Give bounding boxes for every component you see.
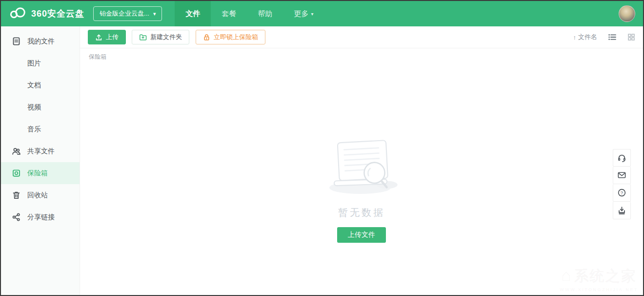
new-folder-button[interactable]: 新建文件夹: [132, 30, 189, 44]
toolbar: 上传 新建文件夹 立即锁上保险箱: [80, 26, 643, 48]
upload-button[interactable]: 上传: [88, 30, 126, 44]
watermark-title: ⌂系统之家: [560, 266, 638, 286]
watermark-subtitle: WWW.XITONGZHIJIA.NET: [560, 287, 638, 292]
sidebar-item-share-links[interactable]: 分享链接: [1, 206, 80, 228]
sidebar-item-my-files[interactable]: 我的文件: [1, 30, 80, 52]
lock-icon: [203, 34, 210, 41]
empty-illustration: [321, 138, 402, 195]
lock-safe-button-label: 立即锁上保险箱: [214, 33, 258, 42]
sidebar-label: 文档: [27, 81, 41, 90]
empty-message: 暂无数据: [321, 206, 402, 219]
sidebar-item-documents[interactable]: 文档: [1, 74, 80, 96]
feedback-button[interactable]: [613, 167, 631, 184]
tab-more-label: 更多: [294, 9, 308, 19]
sidebar-item-pictures[interactable]: 图片: [1, 52, 80, 74]
lock-safe-button[interactable]: 立即锁上保险箱: [196, 30, 265, 44]
tab-files-label: 文件: [185, 9, 200, 19]
sidebar-label: 我的文件: [27, 37, 55, 46]
main-nav: 文件 套餐 帮助 更多 ▾: [175, 1, 324, 26]
grid-view-button[interactable]: [627, 33, 635, 41]
top-header: 360安全云盘 铂金版企业云盘... ▾ 文件 套餐 帮助 更多 ▾: [1, 1, 643, 26]
sidebar-label: 音乐: [27, 125, 41, 134]
upload-file-button[interactable]: 上传文件: [337, 227, 386, 243]
user-avatar[interactable]: [619, 5, 635, 22]
list-view-icon: [608, 33, 617, 41]
tab-plans-label: 套餐: [221, 9, 236, 19]
main-content: 上传 新建文件夹 立即锁上保险箱: [80, 26, 643, 295]
list-view-button[interactable]: [608, 33, 617, 41]
sidebar-label: 保险箱: [27, 169, 48, 178]
tab-files[interactable]: 文件: [175, 1, 211, 26]
mail-icon: [617, 170, 626, 180]
sidebar-item-videos[interactable]: 视频: [1, 96, 80, 118]
sidebar-label: 视频: [27, 103, 41, 112]
app-window: 360安全云盘 铂金版企业云盘... ▾ 文件 套餐 帮助 更多 ▾: [0, 0, 644, 296]
sidebar-label: 回收站: [27, 191, 48, 200]
workspace-dropdown-label: 铂金版企业云盘...: [100, 9, 149, 18]
sidebar-item-safe-box[interactable]: 保险箱: [1, 162, 80, 184]
question-icon: ?: [617, 188, 626, 197]
breadcrumb-row: 保险箱: [80, 48, 643, 61]
sidebar: 我的文件 图片 文档 视频 音乐 共享文件: [1, 26, 80, 295]
grid-view-icon: [627, 33, 635, 41]
share-icon: [12, 212, 21, 222]
tab-help-label: 帮助: [258, 9, 272, 19]
sort-control[interactable]: ↑ 文件名: [573, 33, 598, 42]
workspace-dropdown[interactable]: 铂金版企业云盘... ▾: [93, 6, 162, 21]
caret-down-icon: ▾: [153, 11, 156, 17]
tab-help[interactable]: 帮助: [247, 1, 283, 26]
body: 我的文件 图片 文档 视频 音乐 共享文件: [1, 26, 643, 295]
sidebar-label: 图片: [27, 59, 41, 68]
toolbar-right: ↑ 文件名: [573, 33, 636, 42]
upload-button-label: 上传: [106, 33, 119, 42]
empty-state: 暂无数据 上传文件: [321, 138, 402, 243]
watermark: ⌂系统之家 WWW.XITONGZHIJIA.NET: [560, 266, 638, 292]
trash-icon: [12, 190, 21, 200]
people-icon: [12, 147, 21, 156]
help-button[interactable]: ?: [613, 184, 631, 202]
sidebar-item-music[interactable]: 音乐: [1, 118, 80, 140]
float-toolbar: ?: [613, 149, 631, 219]
tab-plans[interactable]: 套餐: [211, 1, 247, 26]
tab-more[interactable]: 更多 ▾: [283, 1, 324, 26]
new-folder-button-label: 新建文件夹: [150, 33, 182, 42]
cloud-logo-icon: [9, 6, 31, 21]
safe-icon: [12, 169, 21, 178]
file-icon: [12, 37, 21, 46]
upload-icon: [95, 34, 102, 41]
customer-service-button[interactable]: [613, 149, 631, 167]
sort-asc-icon: ↑: [573, 34, 577, 41]
sort-label: 文件名: [578, 33, 597, 42]
caret-down-icon: ▾: [311, 11, 313, 17]
folder-plus-icon: [139, 33, 147, 41]
download-icon: [617, 206, 626, 215]
download-client-button[interactable]: [613, 202, 631, 219]
house-icon: ⌂: [561, 266, 572, 284]
svg-text:?: ?: [621, 190, 623, 195]
sidebar-item-shared-files[interactable]: 共享文件: [1, 140, 80, 162]
brand-name: 360安全云盘: [31, 8, 84, 20]
sidebar-label: 共享文件: [27, 147, 55, 156]
breadcrumb[interactable]: 保险箱: [89, 53, 106, 60]
sidebar-label: 分享链接: [27, 213, 55, 222]
app-logo: 360安全云盘: [1, 1, 84, 26]
watermark-title-text: 系统之家: [574, 268, 637, 284]
headset-icon: [617, 153, 626, 163]
sidebar-item-recycle-bin[interactable]: 回收站: [1, 184, 80, 206]
